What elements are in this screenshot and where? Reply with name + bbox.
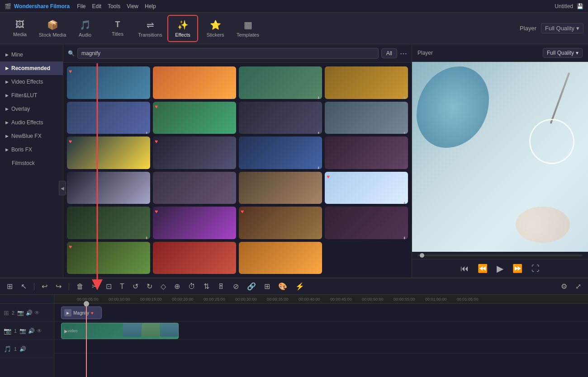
menu-tools[interactable]: Tools — [108, 3, 120, 9]
effect-thumb-ai-tech: ⬇ — [67, 207, 150, 239]
timeline-delete-icon[interactable]: 🗑 — [74, 282, 86, 292]
timeline-transform-icon[interactable]: ⇅ — [201, 281, 212, 292]
sidebar-item-filmstock[interactable]: Filmstock — [0, 156, 63, 170]
track-audio-icon[interactable]: 🔊 — [28, 328, 35, 334]
toolbar-media[interactable]: 🖼 Media — [5, 15, 35, 42]
effect-item-comic[interactable]: ♥Comic Speedlines Pac... — [153, 137, 236, 169]
menu-file[interactable]: File — [77, 3, 85, 9]
effect-clip-magnify[interactable]: ▶ Magnify ♥ — [61, 306, 102, 319]
track-audio-toggle[interactable]: 🔊 — [19, 346, 26, 352]
playhead[interactable] — [86, 304, 87, 377]
skip-back-button[interactable]: ⏮ — [460, 264, 469, 273]
timeline-speed-icon[interactable]: ⏱ — [186, 282, 198, 292]
quality-selector[interactable]: Full Quality ▾ — [541, 23, 583, 33]
scrubber-track[interactable] — [417, 254, 583, 256]
step-back-button[interactable]: ⏪ — [478, 264, 488, 273]
clip-frame-3 — [160, 323, 178, 337]
timeline-redo-icon[interactable]: ↪ — [53, 281, 64, 292]
effect-item-edge[interactable]: ⬇Edge Scale — [325, 102, 408, 134]
stock-icon: 📦 — [47, 19, 58, 30]
timeline-split-icon[interactable]: ⊘ — [231, 281, 241, 292]
step-forward-button[interactable]: ⏩ — [512, 264, 522, 273]
effect-item-chromatic[interactable]: ♥Chromatic Zoom — [153, 102, 236, 134]
track-eye-icon[interactable]: 👁 — [34, 310, 40, 316]
timeline-undo-icon[interactable]: ↩ — [39, 281, 50, 292]
timeline-select-icon[interactable]: ↖ — [19, 281, 29, 292]
track-camera-icon[interactable]: 📷 — [19, 328, 26, 334]
effect-item-row1[interactable]: ♥ — [67, 242, 150, 274]
timeline-grid-icon[interactable]: ⊞ — [5, 281, 15, 292]
track-eye-icon[interactable]: 👁 — [37, 328, 42, 334]
filter-button[interactable]: All — [381, 48, 397, 58]
timeline-rotate-left-icon[interactable]: ↺ — [130, 281, 141, 292]
menu-edit[interactable]: Edit — [92, 3, 101, 9]
toolbar-titles[interactable]: T Titles — [102, 15, 133, 42]
effect-item-japanese[interactable]: ♥Japanese Speedline Pa... — [239, 207, 322, 239]
time-mark-8: 00:00:40:00 — [299, 297, 320, 302]
sidebar-item-mine[interactable]: ▶ Mine — [0, 48, 63, 61]
effect-item-row-close[interactable]: ♥Row Close — [67, 137, 150, 169]
effect-item-row3[interactable] — [239, 242, 322, 274]
sidebar-item-boris-fx[interactable]: ▶ Boris FX — [0, 143, 63, 156]
effect-item-enlarge[interactable]: ⬇Enlarge — [67, 102, 150, 134]
sidebar-item-newblue-fx[interactable]: ▶ NewBlue FX — [0, 129, 63, 143]
timeline-resize-icon[interactable]: ⤢ — [573, 281, 583, 292]
sidebar-item-overlay[interactable]: ▶ Overlay — [0, 102, 63, 116]
sidebar-collapse-btn[interactable]: ◀ — [59, 181, 66, 195]
effect-item-travel[interactable]: Travel Magazine Overl... — [153, 172, 236, 204]
toolbar-effects[interactable]: ✨ Effects — [167, 15, 198, 42]
quality-select[interactable]: Full Quality ▾ — [543, 48, 583, 58]
effect-item-audio-zoom[interactable]: ⬇Audio-Driven Zoom — [325, 66, 408, 99]
effect-item-digital[interactable]: ⬇Digital Slideshow Over... — [239, 102, 322, 134]
toolbar-stock-media[interactable]: 📦 Stock Media — [37, 15, 68, 42]
timeline-color-icon[interactable]: 🎨 — [276, 281, 289, 292]
more-options-icon[interactable]: ⋯ — [400, 49, 407, 58]
toolbar-stickers[interactable]: ⭐ Stickers — [200, 15, 231, 42]
sidebar-item-video-effects[interactable]: ▶ Video Effects — [0, 75, 63, 89]
effect-item-ai-tech[interactable]: ⬇AI High Tech Pack Ove... — [67, 207, 150, 239]
effect-item-row2[interactable] — [153, 242, 236, 274]
sidebar-item-filter-lut[interactable]: ▶ Filter&LUT — [0, 89, 63, 102]
play-button[interactable]: ▶ — [497, 263, 503, 274]
time-mark-13: 00:01:05:00 — [457, 297, 479, 302]
effect-item-equalize[interactable]: Equalize — [325, 137, 408, 169]
effect-item-bigroom[interactable]: Big Room — [67, 172, 150, 204]
preview-scrubber[interactable] — [412, 252, 588, 259]
effect-item-auto[interactable]: ⬇Auto Enhance — [239, 137, 322, 169]
timeline-link-icon[interactable]: 🔗 — [245, 281, 258, 292]
timeline-detach-icon[interactable]: ⊞ — [262, 281, 272, 292]
video-clip[interactable]: ▶ video — [61, 323, 179, 339]
effect-item-beautify[interactable]: Beautify — [239, 172, 322, 204]
sidebar-item-audio-effects[interactable]: ▶ Audio Effects — [0, 116, 63, 129]
quality-chevron-icon: ▾ — [576, 50, 579, 56]
effect-item-heart-close[interactable]: ♥⬇Heart Close — [325, 172, 408, 204]
track-camera-icon[interactable]: 📷 — [17, 310, 24, 316]
effect-item-scale1[interactable]: ⬇Scale — [153, 66, 236, 99]
toolbar-templates[interactable]: ▦ Templates — [232, 15, 263, 42]
timeline-crop-icon[interactable]: ⊡ — [104, 281, 114, 292]
fullscreen-button[interactable]: ⛶ — [531, 264, 540, 273]
effect-item-scale2[interactable]: ⬇Scale — [239, 66, 322, 99]
toolbar-transitions[interactable]: ⇌ Transitions — [135, 15, 166, 42]
arrow-icon: ▶ — [5, 66, 9, 71]
timeline-cut-icon[interactable]: ✂ — [90, 281, 100, 292]
sidebar-item-recommended[interactable]: ▶ Recommended — [0, 61, 63, 75]
timeline-audio-icon[interactable]: 🎚 — [215, 282, 227, 292]
timeline-keyframe-icon[interactable]: ◇ — [158, 281, 168, 292]
timeline-fx-icon[interactable]: ⚡ — [293, 281, 307, 292]
timeline-settings-icon[interactable]: ⚙ — [559, 281, 569, 292]
effect-item-magnify[interactable]: ♥Magnify — [67, 66, 150, 99]
timeline-fit-icon[interactable]: ⊕ — [172, 281, 182, 292]
track-audio-icon[interactable]: 🔊 — [26, 310, 33, 316]
timeline-text-icon[interactable]: T — [118, 282, 127, 292]
scrubber-dot[interactable] — [420, 253, 424, 258]
menu-help[interactable]: Help — [145, 3, 156, 9]
toolbar-audio[interactable]: 🎵 Audio — [70, 15, 100, 42]
effect-item-abstract[interactable]: ♥Abstract Dynamic Ove... — [153, 207, 236, 239]
effect-item-light06[interactable]: ⬇Light Effect 06 — [325, 207, 408, 239]
timeline-rotate-right-icon[interactable]: ↻ — [144, 281, 155, 292]
search-input[interactable] — [77, 48, 379, 59]
video-clip-label: video — [68, 329, 78, 333]
sidebar-audio-effects-label: Audio Effects — [11, 119, 43, 126]
menu-view[interactable]: View — [127, 3, 138, 9]
